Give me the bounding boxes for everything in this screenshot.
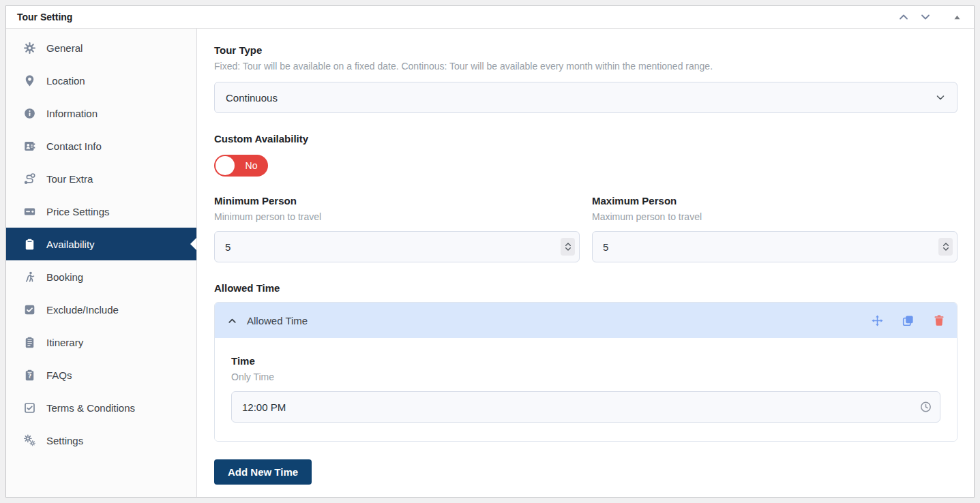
- sidebar-item-terms-conditions[interactable]: Terms & Conditions: [6, 391, 196, 424]
- clipboard-question-icon: ?: [24, 369, 35, 381]
- svg-text:?: ?: [28, 372, 31, 379]
- time-input[interactable]: [231, 391, 940, 423]
- sidebar-item-label: FAQs: [46, 369, 72, 381]
- sidebar: GeneralLocationInformationContact InfoTo…: [6, 29, 197, 497]
- allowed-time-heading: Allowed Time: [214, 281, 957, 295]
- clipboard-icon: [24, 239, 35, 250]
- gears-icon: [24, 435, 35, 446]
- map-pin-icon: [24, 75, 35, 87]
- info-circle-icon: [24, 108, 35, 119]
- time-hint: Only Time: [231, 371, 940, 383]
- sidebar-item-label: Terms & Conditions: [46, 402, 135, 414]
- custom-availability-field: Custom Availability No: [214, 132, 957, 177]
- metabox-handle-actions: [896, 10, 964, 25]
- minimum-person-input[interactable]: [214, 231, 580, 262]
- tour-type-selected-value: Continuous: [226, 92, 278, 104]
- maximum-person-input[interactable]: [592, 231, 957, 262]
- move-up-icon[interactable]: [896, 10, 911, 25]
- sidebar-item-label: General: [46, 42, 83, 54]
- sidebar-item-label: Tour Extra: [46, 173, 93, 185]
- custom-availability-toggle[interactable]: No: [214, 155, 268, 177]
- tour-type-field: Tour Type Fixed: Tour will be available …: [214, 44, 957, 113]
- custom-availability-label: Custom Availability: [214, 132, 957, 146]
- sidebar-item-price-settings[interactable]: Price Settings: [6, 195, 196, 228]
- clock-icon[interactable]: [920, 401, 932, 413]
- sidebar-item-label: Price Settings: [46, 206, 110, 217]
- toggle-state-label: No: [235, 160, 268, 171]
- sidebar-item-faqs[interactable]: ?FAQs: [6, 359, 196, 391]
- sidebar-item-general[interactable]: General: [6, 31, 196, 64]
- sidebar-item-label: Availability: [46, 239, 95, 250]
- minimum-person-hint: Minimum person to travel: [214, 211, 580, 223]
- sidebar-item-settings[interactable]: Settings: [6, 424, 196, 457]
- sidebar-item-label: Settings: [46, 435, 83, 446]
- traveler-icon: [24, 271, 35, 283]
- allowed-time-section: Allowed Time Allowed Time: [214, 281, 957, 442]
- sidebar-item-label: Contact Info: [46, 140, 102, 152]
- sidebar-item-itinerary[interactable]: Itinerary: [6, 326, 196, 359]
- number-spinner-icon[interactable]: [938, 238, 953, 256]
- add-new-time-button[interactable]: Add New Time: [214, 459, 312, 485]
- chevron-up-icon: [227, 316, 237, 326]
- sidebar-item-location[interactable]: Location: [6, 64, 196, 97]
- metabox-title: Tour Setting: [17, 12, 72, 22]
- sidebar-item-tour-extra[interactable]: Tour Extra: [6, 162, 196, 195]
- scrollbar[interactable]: [975, 0, 980, 503]
- collapse-toggle-icon[interactable]: [949, 10, 964, 25]
- sidebar-item-information[interactable]: Information: [6, 97, 196, 129]
- panel-actions: [872, 315, 945, 326]
- allowed-time-panel-title: Allowed Time: [247, 315, 308, 326]
- sidebar-item-availability[interactable]: Availability: [6, 228, 196, 260]
- allowed-time-panel-header[interactable]: Allowed Time: [215, 303, 957, 338]
- duplicate-icon[interactable]: [902, 315, 914, 326]
- sidebar-item-contact-info[interactable]: Contact Info: [6, 129, 196, 162]
- minimum-person-label: Minimum Person: [214, 194, 580, 208]
- route-icon: [24, 173, 35, 185]
- sidebar-item-label: Booking: [46, 271, 83, 283]
- tour-type-select[interactable]: Continuous: [214, 82, 957, 113]
- checkbox-outline-icon: [24, 402, 35, 414]
- allowed-time-panel-body: Time Only Time: [215, 338, 957, 441]
- minimum-person-field: Minimum Person Minimum person to travel: [214, 194, 580, 262]
- metabox-titlebar: Tour Setting: [6, 6, 974, 29]
- chevron-down-icon: [935, 92, 946, 103]
- sidebar-item-label: Information: [46, 108, 98, 119]
- tour-type-description: Fixed: Tour will be available on a fixed…: [214, 60, 957, 72]
- tour-setting-metabox: Tour Setting GeneralLocationInformationC…: [5, 5, 975, 498]
- price-card-icon: [24, 206, 35, 217]
- checkbox-filled-icon: [24, 304, 35, 316]
- sidebar-item-booking[interactable]: Booking: [6, 260, 196, 293]
- content-area: Tour Type Fixed: Tour will be available …: [197, 29, 974, 497]
- delete-icon[interactable]: [933, 315, 945, 326]
- sidebar-item-label: Exclude/Include: [46, 304, 119, 316]
- time-label: Time: [231, 354, 940, 368]
- sidebar-item-label: Location: [46, 75, 85, 87]
- sidebar-item-exclude-include[interactable]: Exclude/Include: [6, 293, 196, 326]
- contact-card-icon: [24, 140, 35, 152]
- maximum-person-field: Maximum Person Maximum person to travel: [592, 194, 957, 262]
- allowed-time-panel: Allowed Time: [214, 302, 957, 442]
- gear-icon: [24, 42, 35, 54]
- clipboard-list-icon: [24, 337, 35, 348]
- sidebar-item-label: Itinerary: [46, 337, 83, 348]
- toggle-knob: [216, 156, 235, 175]
- maximum-person-hint: Maximum person to travel: [592, 211, 957, 223]
- maximum-person-label: Maximum Person: [592, 194, 957, 208]
- tour-type-label: Tour Type: [214, 44, 957, 57]
- move-down-icon[interactable]: [918, 10, 933, 25]
- drag-move-icon[interactable]: [872, 315, 883, 326]
- number-spinner-icon[interactable]: [561, 238, 575, 256]
- person-limits-row: Minimum Person Minimum person to travel …: [214, 194, 957, 262]
